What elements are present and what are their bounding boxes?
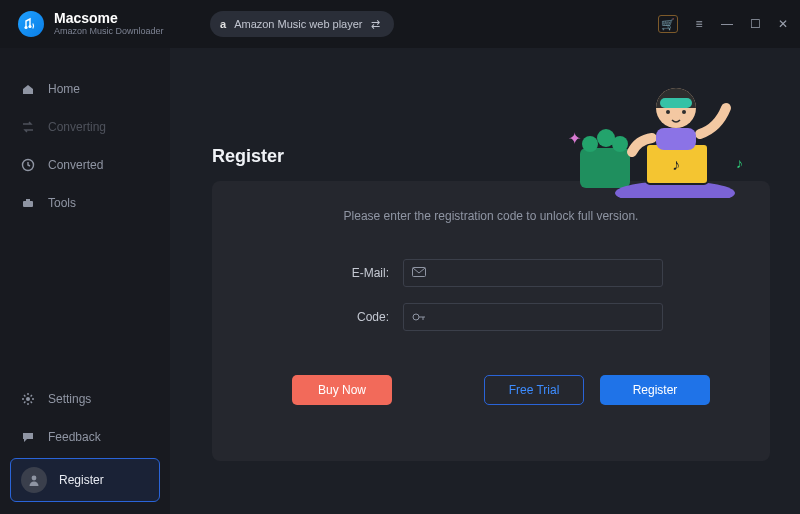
email-row: E-Mail: [272, 259, 710, 287]
sidebar-item-home[interactable]: Home [10, 72, 160, 106]
titlebar: Macsome Amazon Music Downloader a Amazon… [0, 0, 800, 48]
code-row: Code: [272, 303, 710, 331]
email-input-wrap [403, 259, 663, 287]
sidebar-item-label: Converted [48, 158, 103, 172]
code-label: Code: [319, 310, 389, 324]
sidebar-item-label: Register [59, 473, 104, 487]
app-logo [18, 11, 44, 37]
svg-text:♪: ♪ [736, 155, 743, 171]
chat-icon [20, 430, 36, 444]
sidebar: Home Converting Converted Tools Settings… [0, 48, 170, 514]
sidebar-item-register[interactable]: Register [10, 458, 160, 502]
sidebar-item-label: Settings [48, 392, 91, 406]
amazon-logo-icon: a [220, 18, 226, 30]
svg-point-8 [582, 136, 598, 152]
email-label: E-Mail: [319, 266, 389, 280]
hero-illustration: ✦ ♪ ♪ [560, 48, 760, 198]
sidebar-item-converting[interactable]: Converting [10, 110, 160, 144]
sidebar-item-label: Feedback [48, 430, 101, 444]
minimize-button[interactable]: — [720, 17, 734, 31]
register-button[interactable]: Register [600, 375, 710, 405]
brand-block: Macsome Amazon Music Downloader [10, 11, 180, 37]
svg-point-23 [413, 314, 419, 320]
instructions-text: Please enter the registration code to un… [272, 209, 710, 223]
svg-point-18 [666, 110, 670, 114]
source-label: Amazon Music web player [234, 18, 362, 30]
brand-subtitle: Amazon Music Downloader [54, 27, 164, 37]
source-selector[interactable]: a Amazon Music web player ⇄ [210, 11, 394, 37]
svg-rect-7 [580, 148, 630, 188]
svg-rect-17 [660, 98, 692, 108]
action-row: Buy Now Free Trial Register [272, 375, 710, 405]
code-input-wrap [403, 303, 663, 331]
person-icon [21, 467, 47, 493]
mail-icon [412, 267, 426, 279]
svg-rect-20 [656, 128, 696, 150]
sidebar-item-label: Tools [48, 196, 76, 210]
svg-point-1 [28, 25, 31, 28]
menu-button[interactable]: ≡ [692, 17, 706, 31]
cart-button[interactable]: 🛒 [658, 15, 678, 33]
sidebar-item-label: Converting [48, 120, 106, 134]
maximize-button[interactable]: ☐ [748, 17, 762, 31]
main-panel: ✦ ♪ ♪ Register Please enter the registra… [170, 48, 800, 514]
svg-rect-3 [23, 201, 33, 207]
svg-point-10 [612, 136, 628, 152]
svg-point-0 [24, 26, 27, 29]
close-button[interactable]: ✕ [776, 17, 790, 31]
home-icon [20, 82, 36, 96]
buy-now-button[interactable]: Buy Now [292, 375, 392, 405]
sidebar-item-feedback[interactable]: Feedback [10, 420, 160, 454]
svg-point-19 [682, 110, 686, 114]
sidebar-item-converted[interactable]: Converted [10, 148, 160, 182]
brand-title: Macsome [54, 11, 164, 26]
converting-icon [20, 120, 36, 134]
register-panel: Please enter the registration code to un… [212, 181, 770, 461]
window-controls: 🛒 ≡ — ☐ ✕ [658, 15, 790, 33]
email-input[interactable] [434, 266, 654, 280]
svg-point-6 [32, 476, 37, 481]
free-trial-button[interactable]: Free Trial [484, 375, 584, 405]
sidebar-item-settings[interactable]: Settings [10, 382, 160, 416]
gear-icon [20, 392, 36, 406]
toolbox-icon [20, 196, 36, 210]
key-icon [412, 311, 426, 323]
svg-text:♪: ♪ [672, 156, 680, 173]
svg-text:✦: ✦ [568, 130, 581, 147]
swap-icon: ⇄ [371, 18, 380, 31]
sidebar-item-label: Home [48, 82, 80, 96]
clock-icon [20, 158, 36, 172]
svg-point-5 [26, 397, 30, 401]
code-input[interactable] [434, 310, 654, 324]
sidebar-item-tools[interactable]: Tools [10, 186, 160, 220]
svg-rect-4 [26, 199, 30, 201]
